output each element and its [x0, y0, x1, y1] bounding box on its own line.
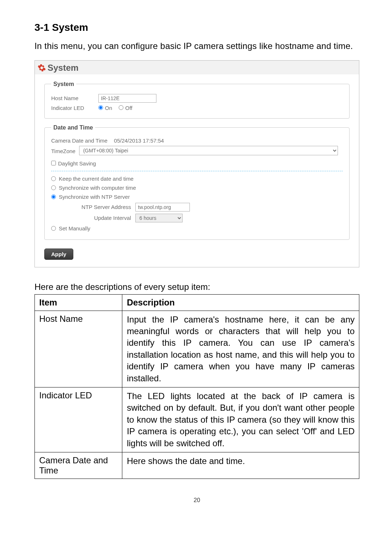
gear-icon: [38, 64, 46, 72]
table-row: Host Name Input the IP camera's hostname…: [35, 311, 359, 387]
timezone-label: TimeZone: [51, 148, 75, 154]
th-description: Description: [122, 294, 359, 311]
indicator-led-label: Indicator LED: [51, 105, 98, 111]
datetime-legend: Date and Time: [51, 124, 95, 131]
indicator-on-label: On: [105, 105, 112, 111]
section-heading: 3-1 System: [34, 22, 359, 33]
sync-computer-label: Synchronize with computer time: [59, 185, 136, 191]
update-interval-select[interactable]: 6 hours: [135, 214, 183, 222]
system-fieldset: System Host Name Indicator LED On Off: [44, 81, 350, 119]
indicator-on-radio[interactable]: On: [98, 105, 112, 111]
sync-computer-radio[interactable]: Synchronize with computer time: [51, 185, 343, 191]
table-row: Indicator LED The LED lights located at …: [35, 387, 359, 452]
set-manually-radio[interactable]: Set Manually: [51, 225, 343, 231]
sync-ntp-label: Synchronize with NTP Server: [59, 194, 130, 200]
keep-current-radio[interactable]: Keep the current date and time: [51, 176, 343, 182]
sync-ntp-radio[interactable]: Synchronize with NTP Server: [51, 194, 343, 200]
separator-line: [51, 171, 343, 171]
host-name-label: Host Name: [51, 95, 98, 101]
cell-item: Indicator LED: [35, 387, 122, 452]
ntp-address-input[interactable]: [135, 203, 190, 212]
th-item: Item: [35, 294, 122, 311]
page-number: 20: [34, 497, 359, 504]
system-panel-title: System: [48, 63, 78, 73]
daylight-saving-checkbox[interactable]: Daylight Saving: [51, 160, 96, 167]
system-panel-header: System: [35, 61, 359, 74]
cell-desc: Here shows the date and time.: [122, 452, 359, 479]
ntp-address-label: NTP Server Address: [74, 204, 135, 210]
cell-desc: Input the IP camera's hostname here, it …: [122, 311, 359, 387]
table-row: Camera Date and Time Here shows the date…: [35, 452, 359, 479]
host-name-input[interactable]: [98, 94, 156, 103]
system-legend: System: [51, 81, 76, 87]
system-settings-screenshot: System System Host Name Indicator LED On…: [34, 60, 359, 267]
camera-datetime-value: 05/24/2013 17:57:54: [114, 138, 164, 144]
camera-datetime-label: Camera Date and Time: [51, 138, 107, 144]
intro-paragraph: In this menu, you can configure basic IP…: [34, 40, 359, 52]
table-caption: Here are the descriptions of every setup…: [34, 282, 359, 292]
cell-item: Host Name: [35, 311, 122, 387]
daylight-saving-label: Daylight Saving: [58, 160, 96, 167]
apply-button[interactable]: Apply: [44, 249, 73, 260]
cell-item: Camera Date and Time: [35, 452, 122, 479]
keep-current-label: Keep the current date and time: [59, 176, 134, 182]
update-interval-label: Update Interval: [74, 215, 135, 221]
cell-desc: The LED lights located at the back of IP…: [122, 387, 359, 452]
indicator-off-radio[interactable]: Off: [119, 105, 132, 111]
timezone-select[interactable]: (GMT+08:00) Taipei: [79, 146, 338, 155]
indicator-off-label: Off: [125, 105, 132, 111]
set-manually-label: Set Manually: [59, 225, 90, 231]
description-table: Item Description Host Name Input the IP …: [34, 294, 359, 479]
datetime-fieldset: Date and Time Camera Date and Time 05/24…: [44, 124, 350, 240]
